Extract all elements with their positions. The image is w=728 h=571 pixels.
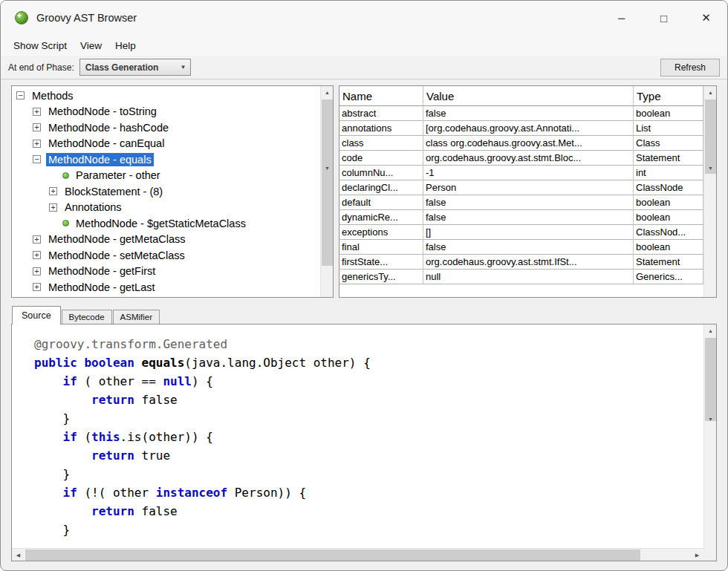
table-row[interactable]: dynamicRe...falseboolean bbox=[339, 210, 703, 225]
source-vertical-scrollbar[interactable]: ▲ ▼ bbox=[703, 324, 716, 548]
expand-icon[interactable]: + bbox=[33, 123, 41, 131]
tree-node-parameter-other[interactable]: Parameter - other bbox=[12, 168, 320, 184]
table-cell: code bbox=[339, 151, 423, 166]
menu-show-script[interactable]: Show Script bbox=[7, 37, 74, 54]
tree-node-methods[interactable]: −Methods bbox=[12, 88, 320, 104]
table-header: NameValueType bbox=[339, 86, 703, 106]
table-cell: false bbox=[423, 240, 634, 255]
scroll-left-button[interactable]: ◀ bbox=[12, 549, 25, 561]
table-vertical-scrollbar[interactable]: ▲ ▼ bbox=[703, 86, 716, 297]
tree-node-methodnode-getlast[interactable]: +MethodNode - getLast bbox=[12, 279, 320, 296]
expand-icon[interactable]: + bbox=[33, 283, 41, 291]
tree-node-methodnode-getmetaclass[interactable]: +MethodNode - getMetaClass bbox=[12, 232, 320, 248]
tree-node-label: MethodNode - canEqual bbox=[46, 137, 166, 150]
table-row[interactable]: declaringCl...PersonClassNode bbox=[339, 180, 703, 195]
expand-icon[interactable]: + bbox=[49, 203, 57, 212]
expand-icon[interactable]: + bbox=[49, 187, 57, 195]
leaf-node-icon bbox=[62, 220, 69, 226]
column-header-type[interactable]: Type bbox=[634, 86, 703, 106]
table-cell: boolean bbox=[634, 195, 703, 210]
table-body: abstractfalsebooleanannotations[org.code… bbox=[339, 106, 703, 284]
tree-vertical-scrollbar[interactable]: ▲ ▼ bbox=[320, 86, 333, 297]
groovy-ast-browser-window: Groovy AST Browser ─ □ ✕ Show ScriptView… bbox=[0, 0, 728, 571]
tree-node-methodnode-hashcode[interactable]: +MethodNode - hashCode bbox=[12, 120, 320, 136]
tree-node-blockstatement-8[interactable]: +BlockStatement - (8) bbox=[12, 183, 320, 200]
column-header-value[interactable]: Value bbox=[423, 86, 634, 106]
code-line: } bbox=[34, 465, 703, 483]
table-cell: Person bbox=[423, 180, 634, 195]
table-row[interactable]: classclass org.codehaus.groovy.ast.Met..… bbox=[339, 136, 703, 151]
code-line: return false bbox=[34, 502, 703, 521]
table-cell: class bbox=[339, 136, 423, 151]
table-row[interactable]: columnNu...-1int bbox=[339, 166, 703, 180]
tree-node-methodnode-getstaticmetaclass[interactable]: MethodNode - $getStaticMetaClass bbox=[12, 215, 320, 232]
tree-node-annotations[interactable]: +Annotations bbox=[12, 200, 320, 216]
tree-node-label: MethodNode - getMetaClass bbox=[46, 232, 188, 246]
scroll-down-button[interactable]: ▼ bbox=[321, 85, 334, 297]
title-bar[interactable]: Groovy AST Browser ─ □ ✕ bbox=[1, 1, 727, 35]
source-hscrollbar-thumb[interactable] bbox=[25, 549, 640, 561]
node-properties-panel: NameValueType abstractfalsebooleanannota… bbox=[339, 85, 717, 298]
source-horizontal-scrollbar[interactable]: ◀ ▶ bbox=[12, 548, 703, 561]
scroll-left-icon: ◀ bbox=[16, 552, 20, 558]
column-header-name[interactable]: Name bbox=[339, 86, 423, 106]
table-row[interactable]: genericsTy...nullGenerics... bbox=[339, 270, 703, 284]
table-cell: org.codehaus.groovy.ast.stmt.IfSt... bbox=[423, 255, 634, 270]
tree-node-methodnode-equals[interactable]: −MethodNode - equals bbox=[12, 151, 320, 168]
tab-source[interactable]: Source bbox=[12, 306, 61, 324]
expand-icon[interactable]: + bbox=[33, 251, 41, 259]
bottom-pane: SourceBytecodeASMifier @groovy.transform… bbox=[11, 304, 717, 561]
refresh-button[interactable]: Refresh bbox=[660, 59, 720, 76]
table-cell: declaringCl... bbox=[339, 180, 423, 195]
phase-combobox[interactable]: Class Generation ▾ bbox=[79, 59, 191, 76]
scroll-down-button[interactable]: ▼ bbox=[704, 324, 717, 548]
scroll-right-button[interactable]: ▶ bbox=[691, 549, 703, 561]
toolbar: At end of Phase: Class Generation ▾ Refr… bbox=[1, 56, 727, 79]
scroll-down-icon: ▼ bbox=[708, 417, 713, 422]
table-row[interactable]: annotations[org.codehaus.groovy.ast.Anno… bbox=[339, 121, 703, 136]
tab-asmifier[interactable]: ASMifier bbox=[113, 310, 160, 324]
scroll-right-icon: ▶ bbox=[695, 552, 699, 558]
table-cell: [] bbox=[423, 225, 634, 240]
tree-node-methodnode-getfirst[interactable]: +MethodNode - getFirst bbox=[12, 264, 320, 280]
expand-icon[interactable]: + bbox=[33, 235, 41, 244]
expand-icon[interactable]: + bbox=[33, 140, 41, 148]
table-row[interactable]: defaultfalseboolean bbox=[339, 195, 703, 210]
table-row[interactable]: firstState...org.codehaus.groovy.ast.stm… bbox=[339, 255, 703, 270]
minimize-button[interactable]: ─ bbox=[600, 1, 643, 35]
collapse-icon[interactable]: − bbox=[16, 91, 25, 99]
scroll-down-button[interactable]: ▼ bbox=[704, 85, 717, 297]
table-row[interactable]: abstractfalseboolean bbox=[339, 106, 703, 121]
tree-node-methodnode-canequal[interactable]: +MethodNode - canEqual bbox=[12, 136, 320, 152]
tree-node-label: MethodNode - setMetaClass bbox=[46, 249, 187, 262]
menu-view[interactable]: View bbox=[74, 37, 108, 54]
menu-bar: Show ScriptViewHelp bbox=[1, 35, 727, 56]
table-cell: boolean bbox=[634, 210, 703, 225]
code-line: } bbox=[34, 521, 703, 539]
minimize-icon: ─ bbox=[618, 13, 625, 24]
close-button[interactable]: ✕ bbox=[685, 1, 727, 35]
table-row[interactable]: codeorg.codehaus.groovy.ast.stmt.Bloc...… bbox=[339, 151, 703, 166]
tree-node-methodnode-setmetaclass[interactable]: +MethodNode - setMetaClass bbox=[12, 247, 320, 264]
tab-bytecode[interactable]: Bytecode bbox=[62, 310, 112, 324]
phase-combobox-value: Class Generation bbox=[85, 62, 181, 73]
collapse-icon[interactable]: − bbox=[33, 155, 41, 163]
table-cell: annotations bbox=[339, 121, 423, 136]
tree-node-methodnode-tostring[interactable]: +MethodNode - toString bbox=[12, 104, 320, 120]
table-cell: Statement bbox=[634, 151, 703, 166]
window-title: Groovy AST Browser bbox=[36, 12, 137, 24]
maximize-button[interactable]: □ bbox=[643, 1, 685, 35]
ast-tree-panel: −Methods+MethodNode - toString+MethodNod… bbox=[11, 85, 334, 298]
table-row[interactable]: exceptions[]ClassNod... bbox=[339, 225, 703, 240]
tree-node-label: MethodNode - toString bbox=[46, 105, 159, 118]
window-controls: ─ □ ✕ bbox=[600, 1, 727, 35]
table-row[interactable]: finalfalseboolean bbox=[339, 240, 703, 255]
table-cell: boolean bbox=[634, 240, 703, 255]
scroll-down-icon: ▼ bbox=[708, 166, 713, 171]
table-cell: ClassNode bbox=[634, 180, 703, 195]
expand-icon[interactable]: + bbox=[33, 108, 41, 116]
expand-icon[interactable]: + bbox=[33, 267, 41, 275]
leaf-node-icon bbox=[62, 172, 69, 179]
phase-label: At end of Phase: bbox=[8, 62, 74, 73]
menu-help[interactable]: Help bbox=[108, 37, 143, 54]
